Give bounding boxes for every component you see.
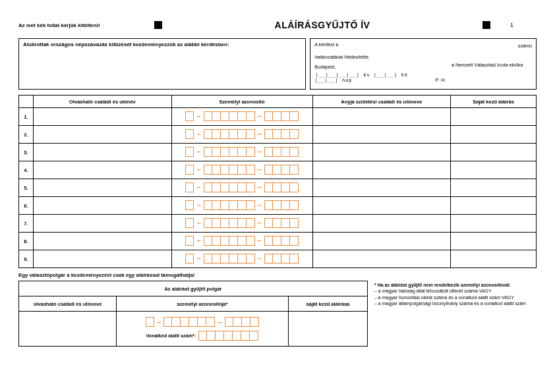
th-id: Személyi azonosító: [171, 96, 312, 108]
id-cell[interactable]: ––: [171, 215, 312, 233]
row-number: 9.: [19, 250, 34, 268]
name-cell[interactable]: [33, 126, 171, 144]
footnote-3: – a magyar állampolgársági bizonyítvány …: [374, 300, 537, 306]
collector-sign-cell[interactable]: [288, 312, 367, 347]
signature-cell[interactable]: [451, 126, 537, 144]
table-row: 9.––: [19, 250, 537, 268]
name-cell[interactable]: [33, 108, 171, 126]
mother-cell[interactable]: [312, 126, 451, 144]
mother-cell[interactable]: [312, 233, 451, 250]
table-row: 2.––: [19, 126, 537, 144]
signatures-table: Olvasható családi és utónév Személyi azo…: [18, 95, 537, 268]
mother-cell[interactable]: [312, 161, 451, 179]
auth-date-template: 󠀠󠀠󠀠󠀠|__|__|__|__| év |__|__| hó |__|__| …: [314, 72, 430, 83]
page-number: 1: [510, 22, 537, 28]
signature-cell[interactable]: [451, 108, 537, 126]
collector-col-sign: saját kezű aláírása: [288, 296, 367, 312]
row-number: 6.: [19, 197, 34, 215]
th-num: [19, 96, 34, 108]
row-number: 7.: [19, 215, 34, 233]
name-cell[interactable]: [33, 179, 171, 197]
signature-cell[interactable]: [451, 215, 537, 233]
row-number: 5.: [19, 179, 34, 197]
barcode-cells: [198, 331, 258, 341]
black-square-left: [154, 21, 162, 29]
mother-cell[interactable]: [312, 250, 451, 268]
single-signature-note: Egy választópolgár a kezdeményezést csak…: [18, 272, 537, 278]
table-row: 6.––: [19, 197, 537, 215]
mother-cell[interactable]: [312, 144, 451, 161]
signature-cell[interactable]: [451, 250, 537, 268]
mother-cell[interactable]: [312, 108, 451, 126]
collector-col-name: olvasható családi és utóneve: [19, 296, 117, 312]
collector-col-id: személyi azonosítója*: [117, 296, 289, 312]
name-cell[interactable]: [33, 215, 171, 233]
id-cell[interactable]: ––: [171, 179, 312, 197]
mother-cell[interactable]: [312, 179, 451, 197]
authentication-box: A kérdést a határozatával hitelesítette.…: [310, 38, 537, 90]
name-cell[interactable]: [33, 197, 171, 215]
fill-instruction: Az ívet kék tollal kérjük kitölteni!: [18, 22, 150, 28]
stamp-placeholder: P. H.: [435, 77, 446, 83]
name-cell[interactable]: [33, 250, 171, 268]
signature-cell[interactable]: [451, 179, 537, 197]
id-cell[interactable]: ––: [171, 144, 312, 161]
table-row: 8.––: [19, 233, 537, 250]
mother-cell[interactable]: [312, 197, 451, 215]
collector-title: Az aláírást gyűjtő polgár: [19, 281, 368, 296]
id-cell[interactable]: ––: [171, 126, 312, 144]
name-cell[interactable]: [33, 144, 171, 161]
collector-name-cell[interactable]: [19, 312, 117, 347]
footnote-2: – a magyar honosítási okirat száma és a …: [374, 294, 537, 300]
id-cell[interactable]: ––: [171, 250, 312, 268]
th-sign: Saját kezű aláírás: [451, 96, 537, 108]
signed-by: a Nemzeti Választási Iroda elnöke: [452, 62, 532, 68]
auth-line1: A kérdést a: [314, 42, 446, 47]
id-cell[interactable]: ––: [171, 197, 312, 215]
header-boxes: Alulírottak országos népszavazás kitűzés…: [18, 38, 537, 90]
mother-cell[interactable]: [312, 215, 451, 233]
signature-cell[interactable]: [451, 144, 537, 161]
question-box: Alulírottak országos népszavazás kitűzés…: [18, 38, 306, 90]
decree-number-label: számú: [452, 43, 532, 49]
row-number: 2.: [19, 126, 34, 144]
top-bar: Az ívet kék tollal kérjük kitölteni! ALÁ…: [18, 20, 537, 30]
table-row: 1.––: [19, 108, 537, 126]
row-number: 8.: [19, 233, 34, 250]
auth-city: Budapest,: [314, 64, 430, 70]
name-cell[interactable]: [33, 161, 171, 179]
row-number: 4.: [19, 161, 34, 179]
collector-id-cell[interactable]: –– Vonalkód alatti szám*:: [117, 312, 289, 347]
black-square-right: [482, 21, 490, 29]
auth-line2: határozatával hitelesítette.: [314, 54, 446, 60]
row-number: 1.: [19, 108, 34, 126]
footnote-head: * Ha az aláírást gyűjtő nem rendelkezik …: [374, 282, 537, 288]
th-mother: Anyja születési családi és utóneve: [312, 96, 451, 108]
id-cell[interactable]: ––: [171, 108, 312, 126]
th-name: Olvasható családi és utónév: [33, 96, 171, 108]
table-row: 3.––: [19, 144, 537, 161]
footnotes: * Ha az aláírást gyűjtő nem rendelkezik …: [374, 281, 537, 307]
barcode-label: Vonalkód alatti szám*:: [146, 333, 196, 339]
signature-cell[interactable]: [451, 197, 537, 215]
id-cell[interactable]: ––: [171, 161, 312, 179]
table-row: 7.––: [19, 215, 537, 233]
row-number: 3.: [19, 144, 34, 161]
collector-table: Az aláírást gyűjtő polgár olvasható csal…: [18, 281, 368, 347]
id-cell[interactable]: ––: [171, 233, 312, 250]
table-row: 5.––: [19, 179, 537, 197]
signature-cell[interactable]: [451, 161, 537, 179]
question-intro: Alulírottak országos népszavazás kitűzés…: [23, 42, 301, 47]
signature-cell[interactable]: [451, 233, 537, 250]
table-row: 4.––: [19, 161, 537, 179]
page-title: ALÁÍRÁSGYŰJTŐ ÍV: [162, 20, 482, 30]
name-cell[interactable]: [33, 233, 171, 250]
footnote-1: – a magyar hatóság által kibocsátott útl…: [374, 288, 537, 294]
